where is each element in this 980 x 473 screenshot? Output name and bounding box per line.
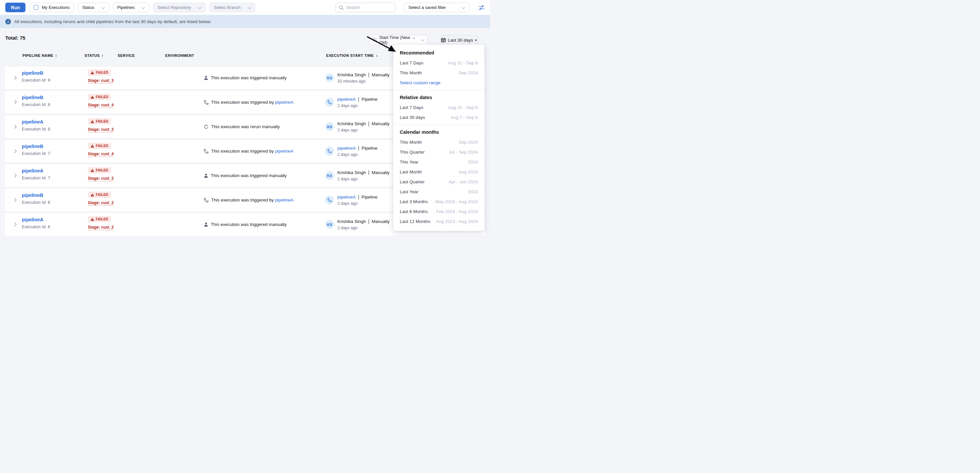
starter-info: Krishika Singh|Manually bbox=[337, 121, 390, 126]
pipeline-avatar-icon bbox=[328, 100, 332, 105]
search-box[interactable] bbox=[336, 3, 396, 12]
pipeline-name-link[interactable]: pipelineB bbox=[22, 192, 43, 198]
pipelines-select[interactable]: Pipelines bbox=[113, 3, 150, 12]
date-menu-item[interactable]: Select custom range bbox=[393, 78, 484, 87]
status-badge: FAILED bbox=[88, 167, 111, 173]
person-icon bbox=[204, 76, 208, 80]
warning-icon bbox=[91, 144, 94, 148]
avatar[interactable] bbox=[325, 195, 334, 205]
expand-chevron-icon[interactable] bbox=[13, 125, 17, 129]
date-menu-item-label: Last 12 Months bbox=[400, 219, 430, 224]
stage-link[interactable]: Stage: cust_2 bbox=[88, 200, 114, 206]
avatar[interactable] bbox=[325, 98, 334, 107]
avatar[interactable]: KS bbox=[325, 171, 334, 180]
avatar[interactable]: KS bbox=[325, 220, 334, 229]
info-icon: i bbox=[5, 19, 11, 24]
saved-filter-select[interactable]: Select a saved filter bbox=[404, 3, 469, 12]
column-pipeline-name[interactable]: PIPELINE NAME ▲▼ bbox=[22, 54, 57, 57]
starter-info: pipelineA|Pipeline bbox=[337, 145, 377, 151]
expand-chevron-icon[interactable] bbox=[13, 76, 17, 80]
date-menu-item[interactable]: Last 7 Days Aug 31 - Sep 6 bbox=[393, 58, 484, 68]
pipeline-name-link[interactable]: pipelineB bbox=[22, 95, 43, 100]
date-menu-item[interactable]: Last Year 2023 bbox=[393, 187, 484, 197]
date-menu-item[interactable]: This Month Sep 2024 bbox=[393, 68, 484, 78]
date-menu-item-range: Sep 2024 bbox=[458, 70, 478, 75]
column-sort-icon[interactable]: ▲▼ bbox=[55, 54, 57, 57]
status-badge: FAILED bbox=[88, 143, 111, 149]
expand-chevron-icon[interactable] bbox=[13, 198, 17, 202]
expand-chevron-icon[interactable] bbox=[13, 173, 17, 178]
date-menu-item-range: 2023 bbox=[468, 189, 478, 194]
column-sort-icon[interactable]: ▲▼ bbox=[102, 54, 104, 57]
date-range-button[interactable]: Last 30 days ▾ bbox=[440, 35, 478, 45]
date-menu-item-label: This Month bbox=[400, 70, 422, 75]
saved-filter-label: Select a saved filter bbox=[408, 5, 446, 10]
expand-chevron-icon[interactable] bbox=[13, 100, 17, 105]
date-menu-item[interactable]: Last 6 Months Feb 2024 - Aug 2024 bbox=[393, 206, 484, 216]
branch-select-label: Select Branch bbox=[214, 5, 240, 10]
my-executions-checkbox[interactable] bbox=[34, 5, 39, 10]
filter-settings-icon[interactable] bbox=[479, 5, 485, 11]
expand-chevron-icon[interactable] bbox=[13, 149, 17, 153]
chevron-down-icon bbox=[421, 38, 425, 41]
status-select[interactable]: Status bbox=[78, 3, 109, 12]
warning-icon bbox=[91, 217, 94, 221]
date-menu-item[interactable]: Last 7 Days Aug 31 - Sep 6 bbox=[393, 102, 484, 112]
date-menu-item-range: 2024 bbox=[468, 160, 478, 165]
date-menu-item[interactable]: Last 3 Months May 2024 - Aug 2024 bbox=[393, 197, 484, 206]
date-menu-item[interactable]: This Quarter Jul - Sep 2024 bbox=[393, 147, 484, 157]
date-menu-item[interactable]: Last Quarter Apr - Jun 2024 bbox=[393, 177, 484, 187]
starter-name: pipelineA bbox=[337, 146, 356, 151]
my-executions-toggle[interactable]: My Executions bbox=[29, 3, 74, 12]
date-menu-item[interactable]: Last 30 days Aug 7 - Sep 6 bbox=[393, 112, 484, 122]
execution-id: Execution Id: 8 bbox=[22, 102, 50, 107]
sort-ascending-icon[interactable]: ▲ bbox=[375, 54, 378, 57]
total-count: Total: 75 bbox=[5, 35, 25, 41]
date-menu-item[interactable]: Last 12 Months Aug 2023 - Aug 2024 bbox=[393, 216, 484, 226]
date-menu-item-label: Last Year bbox=[400, 189, 418, 194]
pipeline-name-link[interactable]: pipelineA bbox=[22, 119, 43, 125]
avatar[interactable]: KS bbox=[325, 122, 334, 131]
stage-link[interactable]: Stage: cust_2 bbox=[88, 225, 114, 230]
trigger-pipeline-link[interactable]: pipelineA bbox=[275, 100, 294, 105]
execution-id: Execution Id: 7 bbox=[22, 175, 50, 180]
date-menu-item-range: Aug 7 - Sep 6 bbox=[450, 115, 478, 120]
column-status[interactable]: STATUS ▲▼ bbox=[84, 54, 104, 57]
starter-name: Krishika Singh bbox=[337, 72, 366, 77]
stage-link[interactable]: Stage: cust_4 bbox=[88, 103, 114, 108]
trigger-text: This execution was triggered manually bbox=[211, 222, 287, 227]
pipeline-name-link[interactable]: pipelineB bbox=[22, 70, 43, 76]
pipeline-name-link[interactable]: pipelineB bbox=[22, 144, 43, 149]
pipeline-name-link[interactable]: pipelineA bbox=[22, 217, 43, 222]
stage-link[interactable]: Stage: cust_2 bbox=[88, 127, 114, 132]
avatar[interactable]: KS bbox=[325, 73, 334, 82]
expand-chevron-icon[interactable] bbox=[13, 222, 17, 227]
warning-icon bbox=[91, 71, 94, 74]
search-input[interactable] bbox=[346, 5, 386, 10]
starter-name: Krishika Singh bbox=[337, 121, 366, 126]
date-menu-item[interactable]: This Month Sep 2024 bbox=[393, 137, 484, 147]
starter-name: pipelineA bbox=[337, 97, 356, 102]
stage-link[interactable]: Stage: cust_2 bbox=[88, 176, 114, 181]
run-button[interactable]: Run bbox=[5, 3, 25, 12]
date-menu-item[interactable]: This Year 2024 bbox=[393, 157, 484, 167]
repository-select[interactable]: Select Repository bbox=[153, 3, 205, 12]
date-menu-item-label: This Quarter bbox=[400, 150, 425, 155]
execution-time: 2 days ago bbox=[337, 201, 377, 206]
stage-link[interactable]: Stage: cust_4 bbox=[88, 152, 114, 157]
trigger-pipeline-link[interactable]: pipelineA bbox=[275, 149, 294, 154]
pipeline-name-link[interactable]: pipelineA bbox=[22, 168, 43, 173]
stage-link[interactable]: Stage: cust_3 bbox=[88, 78, 114, 84]
execution-time: 2 days ago bbox=[337, 103, 377, 108]
date-menu-divider bbox=[393, 90, 484, 90]
sort-select[interactable]: Start Time (New → Old) bbox=[369, 35, 428, 45]
calendar-icon bbox=[441, 38, 446, 42]
date-menu-item[interactable]: Last Month Aug 2024 bbox=[393, 167, 484, 177]
column-service: SERVICE bbox=[118, 54, 135, 57]
person-icon bbox=[204, 222, 208, 227]
column-execution-start-time[interactable]: EXECUTION START TIME ▲ bbox=[326, 54, 378, 57]
starter-name: Krishika Singh bbox=[337, 219, 366, 224]
trigger-pipeline-link[interactable]: pipelineA bbox=[275, 197, 294, 203]
avatar[interactable] bbox=[325, 147, 334, 156]
branch-select[interactable]: Select Branch bbox=[210, 3, 255, 12]
